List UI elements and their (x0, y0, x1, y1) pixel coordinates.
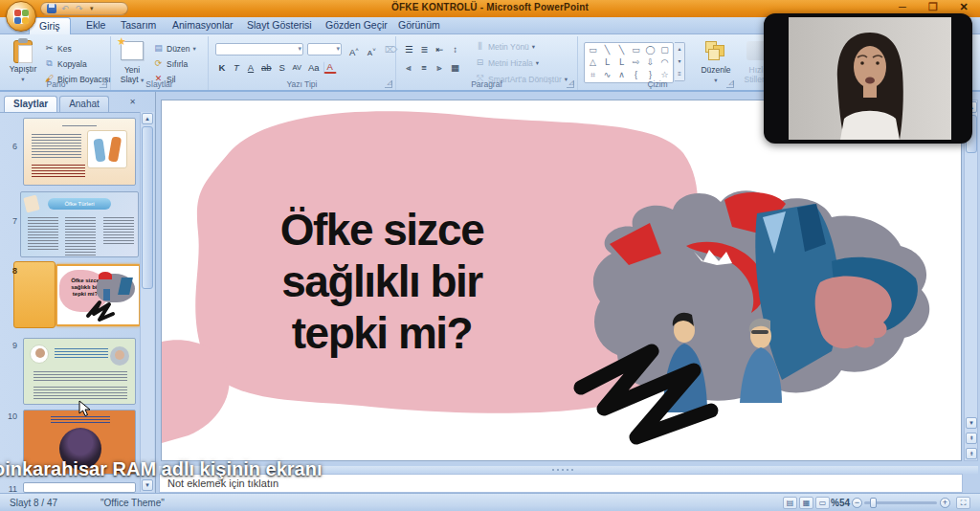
group-label: Slaytlar (111, 79, 208, 89)
scroll-up-icon[interactable]: ▲ (142, 113, 153, 124)
dialog-launcher-icon[interactable]: ◿ (567, 80, 574, 88)
screen-share-caption: oinkarahisar RAM adlı kişinin ekranı (0, 458, 322, 480)
align-text-button[interactable]: ⊟Metni Hizala▾ (475, 56, 539, 69)
zoom-out-button[interactable]: − (852, 498, 862, 508)
pane-tab-outline[interactable]: Anahat (59, 96, 109, 112)
reset-icon: ⟳ (153, 58, 164, 69)
quick-access-toolbar: ↶ ↷ ▾ (40, 2, 128, 15)
strikethrough-button[interactable]: ab (258, 61, 275, 74)
copy-button[interactable]: ⧉Kopyala (44, 57, 87, 70)
group-label: Pano (2, 79, 110, 89)
line-spacing-button[interactable]: ↕ (449, 43, 462, 56)
group-paragraph: ☰ ≣ ⇤ ↕ ⫷ ≡ ⫸ ▦ ⫼Metin Yönü▾ ⊟Metni Hiza… (396, 36, 578, 90)
underline-button[interactable]: A (244, 61, 257, 74)
slide-canvas[interactable]: Öfke sizce sağlıklı bir tepki mi? (161, 100, 962, 461)
arrange-button[interactable]: Düzenle▾ (695, 39, 737, 84)
group-font: A˄ A˅ ⌦ K T A ab S AV Aa A Yazı Tipi ◿ (209, 36, 396, 90)
slideshow-icon[interactable]: ▭ (815, 497, 830, 509)
font-color-button[interactable]: A (323, 61, 337, 74)
grow-font-button[interactable]: A˄ (346, 43, 362, 56)
tab-slayt-gosterisi[interactable]: Slayt Gösterisi (237, 17, 322, 34)
qat-dropdown-icon[interactable]: ▾ (90, 5, 94, 12)
slide-sorter-icon[interactable]: ▦ (799, 497, 813, 509)
bold-button[interactable]: K (215, 61, 229, 74)
font-size-combo[interactable] (307, 43, 342, 56)
align-center-button[interactable]: ≡ (417, 61, 431, 74)
dialog-launcher-icon[interactable]: ◿ (100, 80, 107, 88)
scroll-thumb[interactable] (142, 126, 153, 289)
bullets-button[interactable]: ☰ (402, 43, 416, 56)
italic-button[interactable]: T (230, 61, 243, 74)
arrange-icon (705, 41, 726, 60)
columns-button[interactable]: ▦ (448, 61, 462, 74)
align-text-icon: ⊟ (475, 57, 485, 68)
reset-button[interactable]: ⟳Sıfırla (153, 57, 188, 70)
numbering-button[interactable]: ≣ (418, 43, 432, 56)
cut-button[interactable]: ✂Kes (44, 42, 72, 55)
tab-tasarim[interactable]: Tasarım (111, 17, 166, 34)
slide-thumbnail-11[interactable] (23, 482, 136, 493)
webcam-video[interactable] (764, 13, 972, 144)
align-left-button[interactable]: ⫷ (402, 61, 415, 74)
change-case-button[interactable]: Aa (305, 61, 323, 74)
next-slide-icon[interactable]: ⇟ (966, 448, 977, 459)
undo-icon[interactable]: ↶ (61, 4, 71, 13)
tab-gozden-gecir[interactable]: Gözden Geçir (316, 17, 397, 34)
group-clipboard: Yapıştır▾ ✂Kes ⧉Kopyala 🖌Biçim Boyacısı … (2, 36, 111, 90)
minimize-button[interactable]: ─ (894, 1, 911, 13)
restore-button[interactable]: ❐ (924, 1, 942, 13)
window-controls: ─ ❐ ✕ (894, 1, 972, 13)
group-label: Yazı Tipi (209, 79, 395, 89)
scroll-down-icon[interactable]: ▼ (142, 479, 153, 491)
slide-number: 10 (6, 411, 17, 421)
close-button[interactable]: ✕ (955, 1, 972, 13)
pane-close-icon[interactable]: ✕ (129, 98, 136, 106)
slide-indicator: Slayt 8 / 47 (10, 498, 57, 508)
shadow-button[interactable]: S (276, 61, 289, 74)
zoom-in-button[interactable]: + (940, 498, 950, 508)
font-name-combo[interactable] (215, 43, 303, 56)
slide-thumbnail-7[interactable]: Öfke Türleri (20, 191, 139, 257)
scroll-down-icon[interactable]: ▼ (966, 417, 977, 429)
text-direction-button[interactable]: ⫼Metin Yönü▾ (475, 40, 535, 53)
powerpoint-window: ÖFKE KONTROLÜ - Microsoft PowerPoint ─ ❐… (0, 0, 980, 511)
shrink-font-button[interactable]: A˅ (365, 43, 379, 56)
group-drawing: ▭╲╲ ▭◯▢ △𝖫𝖫 ⇨⇩◠ ⌗∿∧ {}☆ ▴▾≡ Düzenle▾ Hız… (578, 36, 794, 90)
dialog-launcher-icon[interactable]: ◿ (726, 80, 734, 88)
shapes-gallery[interactable]: ▭╲╲ ▭◯▢ △𝖫𝖫 ⇨⇩◠ ⌗∿∧ {}☆ (584, 42, 674, 83)
pane-tab-slides[interactable]: Slaytlar (4, 96, 57, 112)
dialog-launcher-icon[interactable]: ◿ (385, 80, 392, 88)
tab-gorunum[interactable]: Görünüm (389, 17, 450, 34)
save-icon[interactable] (47, 4, 56, 13)
paste-icon (13, 40, 33, 63)
align-right-button[interactable]: ⫸ (433, 61, 446, 74)
zoom-level: %54 (831, 498, 850, 508)
zoom-slider-thumb[interactable] (870, 498, 877, 508)
text-direction-icon: ⫼ (475, 41, 485, 52)
tab-ekle[interactable]: Ekle (77, 17, 115, 34)
decrease-indent-button[interactable]: ⇤ (434, 43, 447, 56)
group-label: Çizim (578, 79, 737, 89)
slide-thumbnail-8[interactable]: Öfke sizce sağlıklı bir tepki mi? (56, 264, 141, 326)
tab-animasyonlar[interactable]: Animasyonlar (163, 17, 243, 34)
normal-view-icon[interactable]: ▤ (783, 497, 797, 509)
previous-slide-icon[interactable]: ⇞ (966, 433, 977, 444)
slides-pane: Slaytlar Anahat ✕ 6 7 (0, 92, 156, 493)
pane-scrollbar[interactable]: ▲ ▼ (140, 112, 154, 492)
slide-thumbnail-9[interactable] (23, 338, 136, 405)
office-button[interactable] (6, 1, 36, 32)
scissors-icon: ✂ (44, 43, 55, 54)
slide-thumbnail-6[interactable] (23, 118, 136, 186)
view-switcher: ▤ ▦ ▭ (783, 497, 830, 509)
layout-icon: ▤ (153, 43, 164, 54)
slide-title[interactable]: Öfke sizce sağlıklı bir tepki mi? (253, 204, 511, 359)
paste-button[interactable]: Yapıştır▾ (4, 39, 42, 83)
character-spacing-button[interactable]: AV (290, 61, 304, 74)
new-slide-button[interactable]: Yeni Slayt ▾ (113, 39, 151, 84)
layout-button[interactable]: ▤Düzen▾ (153, 42, 196, 55)
main-scrollbar[interactable]: ▲ ▼ ⇞ ⇟ (964, 100, 978, 461)
webcam-frame-content (789, 17, 951, 140)
fit-to-window-icon[interactable]: ⛶ (956, 497, 970, 509)
redo-icon[interactable]: ↷ (76, 4, 85, 13)
shapes-scroll[interactable]: ▴▾≡ (675, 42, 685, 81)
